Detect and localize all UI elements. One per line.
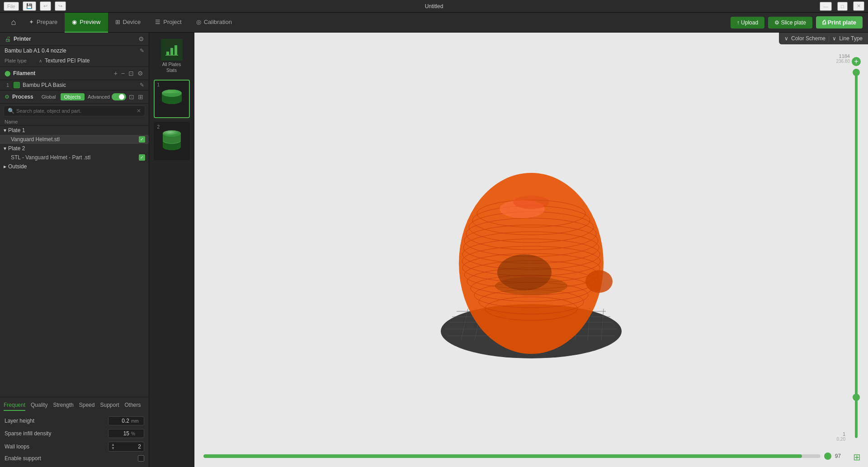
- tab-preview-label: Preview: [80, 19, 100, 25]
- enable-support-checkbox[interactable]: [138, 455, 144, 462]
- filament-add-button[interactable]: +: [113, 70, 118, 77]
- filament-section-header: ⬤ Filament + − ⊡ ⚙: [0, 67, 149, 80]
- sparse-infill-row: Sparse infill density %: [5, 427, 144, 440]
- plate-thumb-1[interactable]: 1: [154, 80, 190, 118]
- all-plates-icon: [161, 39, 183, 61]
- params-tab-others[interactable]: Others: [125, 400, 141, 411]
- tab-preview[interactable]: ◉ Preview: [65, 13, 108, 33]
- all-plates-card[interactable]: All PlatesStats: [154, 36, 190, 76]
- color-scheme-separator: |: [828, 35, 830, 42]
- advanced-toggle[interactable]: [112, 93, 126, 100]
- svg-point-15: [163, 130, 181, 137]
- process-icon: ⚙: [5, 94, 9, 100]
- layer-height-unit: mm: [131, 419, 139, 424]
- plate1-header[interactable]: ▾ Plate 1: [0, 126, 149, 135]
- minimize-button[interactable]: —: [820, 2, 832, 11]
- close-button[interactable]: ✕: [853, 1, 864, 11]
- plate-type-arrow: ∧: [39, 58, 42, 63]
- titlebar-right: — □ ✕: [820, 1, 864, 11]
- slider-thumb-bottom[interactable]: [853, 394, 860, 401]
- params-tab-frequent[interactable]: Frequent: [4, 400, 25, 411]
- slider-track[interactable]: [855, 69, 858, 438]
- filament-name: Bambu PLA Basic: [23, 82, 137, 88]
- line-type-arrow: ∨: [832, 35, 836, 42]
- slider-thumb-top[interactable]: [853, 69, 860, 76]
- plate-type-value: Textured PEI Plate: [45, 57, 90, 64]
- process-section-header: ⚙ Process Global Objects Advanced ⊡ ⊞: [0, 90, 149, 104]
- upload-button[interactable]: ↑ Upload: [731, 17, 764, 29]
- slider-plus-button[interactable]: +: [852, 57, 861, 66]
- tab-project[interactable]: ☰ Project: [148, 13, 189, 33]
- svg-rect-1: [170, 48, 173, 55]
- color-scheme-bar: ∨ Color Scheme | ∨ Line Type: [779, 33, 868, 44]
- tree-item-vanguard[interactable]: Vanguard Helmet.stl ✓: [0, 135, 149, 144]
- filament-edit-icon[interactable]: ✎: [140, 82, 144, 88]
- outside-label: Outside: [8, 163, 27, 170]
- filament-remove-button[interactable]: −: [120, 70, 126, 77]
- plate-thumb-2[interactable]: 2: [154, 122, 190, 160]
- home-button[interactable]: ⌂: [5, 14, 22, 31]
- params-tab-strength[interactable]: Strength: [53, 400, 73, 411]
- stl-vanguard-name: STL - Vanguard Helmet - Part .stl: [11, 154, 137, 161]
- printer-settings-icon[interactable]: ⚙: [138, 35, 144, 43]
- search-clear-icon[interactable]: ✕: [137, 108, 141, 114]
- filament-num: 1: [5, 82, 11, 88]
- redo-button[interactable]: ↪: [55, 1, 66, 11]
- stl-checkbox[interactable]: ✓: [139, 154, 145, 161]
- progress-thumb[interactable]: [824, 453, 831, 460]
- outside-arrow: ▸: [4, 163, 6, 170]
- vanguard-checkbox[interactable]: ✓: [139, 136, 145, 143]
- advanced-label: Advanced: [88, 94, 110, 100]
- process-copy-button[interactable]: ⊡: [128, 93, 135, 100]
- undo-button[interactable]: ↩: [40, 1, 51, 11]
- svg-rect-0: [166, 52, 169, 55]
- params-tab-support[interactable]: Support: [100, 400, 119, 411]
- printer-name-row: Bambu Lab A1 0.4 nozzle ✎: [0, 46, 149, 56]
- plate-type-label: Plate type: [5, 58, 36, 63]
- process-tab-global[interactable]: Global: [38, 93, 60, 100]
- print-plate-button[interactable]: ⎙ Print plate: [816, 16, 863, 29]
- filament-icon: ⬤: [5, 70, 10, 76]
- outside-header[interactable]: ▸ Outside: [0, 162, 149, 171]
- params-tab-speed[interactable]: Speed: [79, 400, 95, 411]
- process-tab-objects[interactable]: Objects: [61, 93, 85, 100]
- layer-height-label: Layer height: [5, 418, 105, 424]
- progress-track[interactable]: [203, 454, 821, 458]
- wall-loops-input[interactable]: [123, 443, 141, 450]
- file-menu-button[interactable]: File: [4, 2, 19, 11]
- maximize-button[interactable]: □: [837, 2, 848, 11]
- filament-settings-button[interactable]: ⚙: [137, 70, 144, 77]
- search-icon: 🔍: [8, 108, 14, 114]
- sparse-infill-input[interactable]: [111, 430, 129, 437]
- 3d-model-view: [418, 132, 644, 358]
- printer-edit-icon[interactable]: ✎: [140, 48, 144, 54]
- svg-point-50: [495, 277, 567, 295]
- plate-type-row: Plate type ∧ Textured PEI Plate: [0, 56, 149, 67]
- progress-value-label: 97: [835, 453, 841, 459]
- tab-device[interactable]: ⊞ Device: [108, 13, 148, 33]
- svg-point-8: [162, 90, 182, 97]
- tree-item-stl-vanguard[interactable]: STL - Vanguard Helmet - Part .stl ✓: [0, 153, 149, 162]
- slice-plate-button[interactable]: ⚙ Slice plate: [768, 17, 812, 29]
- layer-view-icon[interactable]: ⊞: [853, 452, 861, 462]
- filament-item-1: 1 Bambu PLA Basic ✎: [0, 80, 149, 90]
- vertical-layer-slider: 1184 236.80 + 1 0.20: [852, 55, 861, 440]
- filament-copy-button[interactable]: ⊡: [127, 70, 135, 77]
- layer-height-row: Layer height mm: [5, 415, 144, 427]
- process-section-title: Process: [12, 94, 33, 100]
- wall-loops-stepper[interactable]: ▲ ▼: [111, 443, 115, 450]
- color-scheme-arrow: ∨: [784, 35, 788, 42]
- search-input[interactable]: [16, 108, 135, 114]
- plate2-header[interactable]: ▾ Plate 2: [0, 144, 149, 153]
- process-settings-button[interactable]: ⊞: [137, 93, 144, 100]
- plate2-arrow: ▾: [4, 145, 6, 152]
- progress-fill: [203, 454, 802, 458]
- tab-prepare[interactable]: ✦ Prepare: [22, 13, 65, 33]
- save-button[interactable]: 💾: [23, 1, 36, 11]
- wall-loops-input-wrap: ▲ ▼: [108, 442, 144, 452]
- params-tab-quality[interactable]: Quality: [31, 400, 47, 411]
- layer-height-input[interactable]: [111, 418, 129, 424]
- sparse-infill-input-wrap: %: [108, 429, 144, 438]
- tab-calibration[interactable]: ◎ Calibration: [189, 13, 239, 33]
- printer-section-header: 🖨 Printer ⚙: [0, 33, 149, 46]
